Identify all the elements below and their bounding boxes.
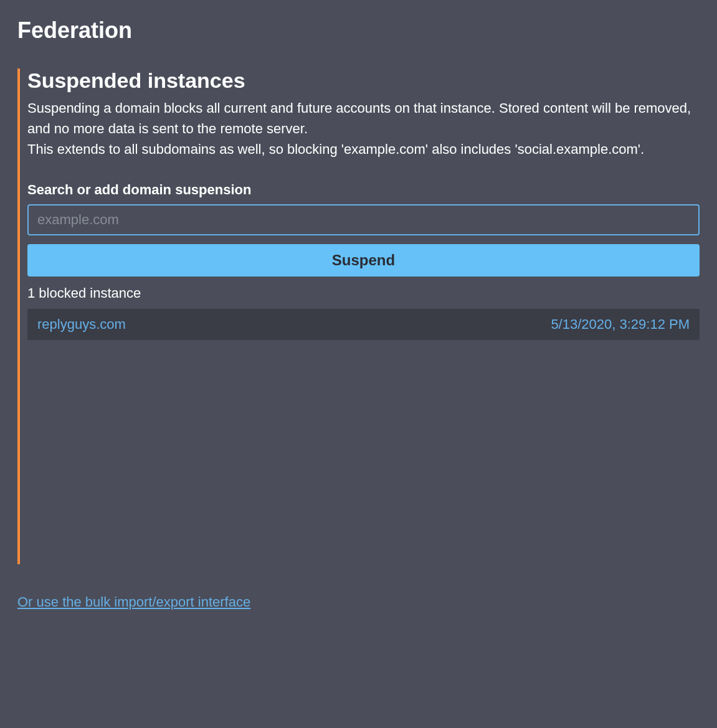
- domain-input[interactable]: [27, 204, 700, 235]
- suspend-button[interactable]: Suspend: [27, 244, 700, 277]
- section-description-line1: Suspending a domain blocks all current a…: [27, 100, 691, 136]
- domain-input-label: Search or add domain suspension: [27, 182, 700, 198]
- bulk-import-export-link[interactable]: Or use the bulk import/export interface: [17, 594, 250, 610]
- instance-date: 5/13/2020, 3:29:12 PM: [551, 316, 690, 333]
- page-title: Federation: [17, 17, 700, 44]
- instance-domain-link[interactable]: replyguys.com: [37, 316, 126, 333]
- section-title: Suspended instances: [27, 69, 700, 93]
- section-description: Suspending a domain blocks all current a…: [27, 98, 700, 159]
- instance-row: replyguys.com 5/13/2020, 3:29:12 PM: [27, 309, 700, 340]
- section-description-line2: This extends to all subdomains as well, …: [27, 141, 644, 157]
- blocked-count: 1 blocked instance: [27, 285, 700, 301]
- suspended-instances-section: Suspended instances Suspending a domain …: [17, 69, 700, 564]
